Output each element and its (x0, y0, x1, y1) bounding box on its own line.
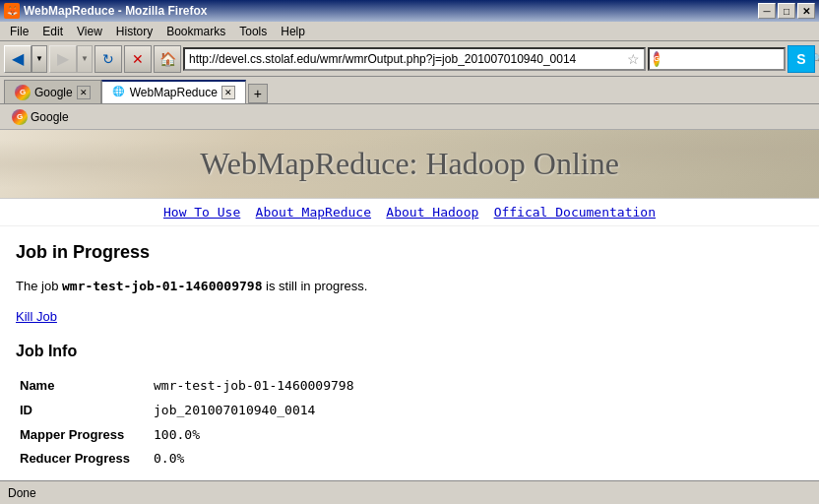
google-bookmark-icon: G (12, 109, 28, 125)
minimize-button[interactable]: ─ (758, 3, 776, 19)
job-info-value: 100.0% (150, 423, 358, 448)
back-dropdown[interactable]: ▼ (32, 45, 47, 73)
toolbar: ◀ ▼ ▶ ▼ ↻ ✕ 🏠 ☆ G 🔍 S (0, 41, 819, 77)
close-button[interactable]: ✕ (797, 3, 815, 19)
maximize-button[interactable]: □ (778, 3, 795, 19)
job-id-inline: wmr-test-job-01-1460009798 (62, 279, 263, 293)
tabs-bar: G Google ✕ 🌐 WebMapReduce ✕ + (0, 77, 819, 104)
nav-about-hadoop[interactable]: About Hadoop (386, 205, 478, 220)
status-suffix: is still in progress. (262, 279, 367, 293)
tab-wmr-close[interactable]: ✕ (221, 86, 235, 99)
status-prefix: The job (16, 279, 62, 293)
job-status-text: The job wmr-test-job-01-1460009798 is st… (16, 277, 803, 297)
menu-tools[interactable]: Tools (233, 23, 273, 40)
job-info-label: Name (16, 374, 150, 399)
content-area: WebMapReduce: Hadoop Online How To Use A… (0, 130, 819, 504)
tab-wmr-label: WebMapReduce (130, 86, 218, 99)
kill-job-link[interactable]: Kill Job (16, 307, 803, 328)
page-heading: Job in Progress (16, 238, 803, 267)
bookmark-google-label: Google (31, 110, 69, 124)
tab-google[interactable]: G Google ✕ (4, 80, 101, 103)
forward-dropdown[interactable]: ▼ (77, 45, 93, 73)
google-favicon: G (15, 85, 31, 100)
reload-button[interactable]: ↻ (94, 45, 122, 73)
search-bar: G 🔍 (648, 47, 786, 71)
banner-title: WebMapReduce: Hadoop Online (200, 146, 619, 182)
job-info-value: 0.0% (150, 447, 358, 472)
menu-edit[interactable]: Edit (36, 23, 69, 40)
tab-google-label: Google (34, 86, 73, 99)
menubar: File Edit View History Bookmarks Tools H… (0, 22, 819, 41)
menu-bookmarks[interactable]: Bookmarks (160, 23, 231, 40)
table-row: Namewmr-test-job-01-1460009798 (16, 374, 358, 399)
table-row: Reducer Progress0.0% (16, 447, 358, 472)
new-tab-button[interactable]: + (248, 84, 268, 103)
job-info-table: Namewmr-test-job-01-1460009798IDjob_2010… (16, 374, 358, 472)
nav-official-docs[interactable]: Offical Documentation (494, 205, 656, 220)
menu-help[interactable]: Help (275, 23, 311, 40)
statusbar: Done (0, 480, 819, 504)
wmr-favicon: 🌐 (112, 86, 126, 99)
stop-button[interactable]: ✕ (124, 45, 152, 73)
status-text: Done (8, 486, 36, 500)
forward-button[interactable]: ▶ (49, 45, 77, 73)
bookmarks-bar: G Google (0, 104, 819, 130)
menu-file[interactable]: File (4, 23, 34, 40)
skype-button[interactable]: S (788, 45, 815, 73)
job-info-value: job_201007010940_0014 (150, 399, 358, 423)
job-info-value: wmr-test-job-01-1460009798 (150, 374, 358, 399)
window-title: WebMapReduce - Mozilla Firefox (24, 4, 207, 18)
address-bar: ☆ (183, 47, 646, 71)
job-info-label: Reducer Progress (16, 447, 150, 472)
back-button[interactable]: ◀ (4, 45, 32, 73)
nav-links: How To Use About MapReduce About Hadoop … (0, 199, 819, 226)
job-info-label: Mapper Progress (16, 423, 150, 448)
app-icon: 🦊 (4, 3, 20, 19)
window-titlebar: 🦊 WebMapReduce - Mozilla Firefox ─ □ ✕ (0, 0, 819, 22)
nav-how-to-use[interactable]: How To Use (163, 205, 240, 220)
page-banner: WebMapReduce: Hadoop Online (0, 130, 819, 199)
table-row: IDjob_201007010940_0014 (16, 399, 358, 423)
menu-history[interactable]: History (110, 23, 158, 40)
tab-google-close[interactable]: ✕ (77, 86, 91, 99)
bookmark-google[interactable]: G Google (6, 107, 75, 127)
table-row: Mapper Progress100.0% (16, 423, 358, 448)
job-info-label: ID (16, 399, 150, 423)
bookmark-star-icon[interactable]: ☆ (627, 51, 640, 67)
search-engine-icon: G (654, 51, 660, 67)
address-input[interactable] (189, 52, 623, 66)
menu-view[interactable]: View (71, 23, 108, 40)
tab-webmapreduce[interactable]: 🌐 WebMapReduce ✕ (101, 80, 246, 103)
main-content: Job in Progress The job wmr-test-job-01-… (0, 226, 819, 504)
job-info-heading: Job Info (16, 339, 803, 364)
nav-about-mapreduce[interactable]: About MapReduce (256, 205, 371, 220)
home-button[interactable]: 🏠 (154, 45, 181, 73)
